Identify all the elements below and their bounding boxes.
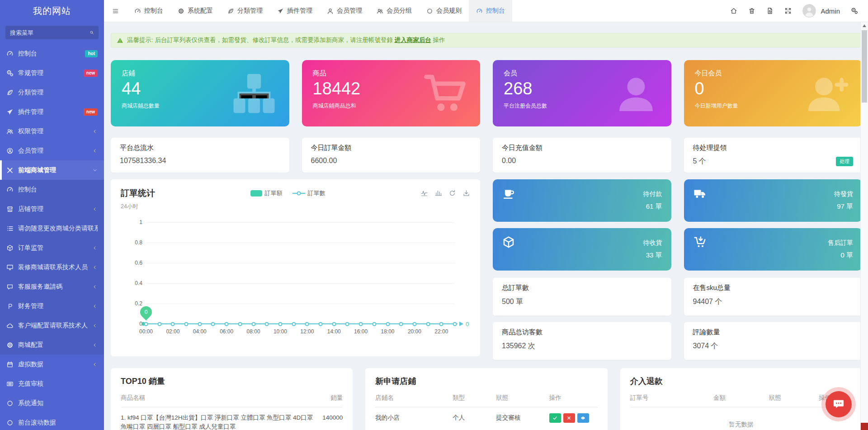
info-card[interactable]: 在售sku总量 94407 个	[684, 278, 863, 316]
chat-fab-button[interactable]	[826, 391, 852, 417]
data-point[interactable]	[251, 322, 255, 326]
info-card[interactable]: 評論數量 3074 个	[684, 322, 863, 360]
bars-icon[interactable]	[434, 189, 442, 197]
info-card[interactable]: 总訂單數 500 單	[493, 278, 671, 316]
data-point[interactable]	[345, 322, 349, 326]
table-row[interactable]: 我的小店 个人 提交審核	[375, 407, 597, 423]
expand-icon[interactable]	[784, 7, 792, 14]
nav-tab[interactable]: 会员分组	[369, 0, 419, 22]
avatar[interactable]	[802, 4, 816, 18]
close-button[interactable]	[563, 413, 575, 423]
legend-item[interactable]: 訂單額	[250, 189, 283, 197]
sidebar-item[interactable]: 装修商城请联系技术人员	[0, 257, 104, 277]
nav-tab[interactable]: 分類管理	[220, 0, 270, 22]
sidebar-item[interactable]: 会员管理	[0, 141, 104, 160]
nav-tab[interactable]: 会员管理	[320, 0, 369, 22]
download-icon[interactable]	[462, 189, 470, 197]
sidebar-item[interactable]: 客户端配置请联系技术人员	[0, 316, 104, 335]
order-status-card[interactable]: 售后訂單 0 單	[684, 228, 863, 271]
data-point[interactable]	[184, 322, 189, 326]
sidebar-item[interactable]: 控制台	[0, 180, 104, 199]
data-point[interactable]	[439, 322, 443, 326]
data-point[interactable]	[453, 322, 457, 326]
nav-tab[interactable]: 插件管理	[270, 0, 320, 22]
sidebar-item[interactable]: 分類管理	[0, 83, 104, 102]
scroll-up-arrow[interactable]	[861, 22, 868, 29]
data-point[interactable]	[265, 322, 269, 326]
data-point[interactable]	[426, 322, 430, 326]
data-point[interactable]	[211, 322, 215, 326]
scrollbar-thumb[interactable]	[862, 30, 867, 103]
stat-card[interactable]: 今日会员 0 今日新增用户數量	[684, 60, 863, 126]
menu-search-input[interactable]	[10, 29, 90, 36]
summary-card[interactable]: 待处理提領 5 个 处理	[684, 138, 863, 173]
refresh-icon[interactable]	[448, 189, 456, 197]
nav-tab[interactable]: 控制台	[469, 0, 512, 22]
sidebar-item[interactable]: 虚拟数据	[0, 355, 104, 374]
summary-card[interactable]: 今日訂單金額 6600.00	[302, 138, 481, 173]
data-point[interactable]	[278, 322, 282, 326]
data-point[interactable]	[225, 322, 229, 326]
nav-tab[interactable]: 控制台	[127, 0, 170, 22]
sidebar-item[interactable]: 订单监管	[0, 238, 104, 257]
data-point[interactable]	[157, 322, 161, 326]
data-point[interactable]	[412, 322, 416, 326]
data-point[interactable]	[359, 322, 363, 326]
browser-scrollbar[interactable]	[860, 22, 868, 430]
stat-card[interactable]: 店鋪 44 商城店鋪总數量	[111, 60, 289, 126]
sidebar-item[interactable]: 前端商城管理	[0, 160, 104, 180]
check-button[interactable]	[549, 413, 561, 423]
sidebar-item[interactable]: 控制台 hot	[0, 44, 104, 63]
data-point[interactable]	[144, 322, 148, 326]
gears-icon[interactable]	[851, 7, 858, 14]
sidebar-item[interactable]: 店铺管理	[0, 199, 104, 219]
data-point[interactable]	[319, 322, 323, 326]
cart-arrow-icon	[693, 235, 707, 249]
sidebar-item[interactable]: 财务管理	[0, 296, 104, 316]
sidebar-item[interactable]: 请勿随意更改商城分类请联系技术人员	[0, 219, 104, 238]
merchant-backend-link[interactable]: 进入商家后台	[395, 37, 431, 43]
nav-tab[interactable]: 系统配置	[170, 0, 220, 22]
order-status-card[interactable]: 待付款 61 單	[493, 179, 671, 222]
summary-card[interactable]: 平台总流水 107581336.34	[111, 138, 289, 173]
process-badge[interactable]: 处理	[836, 157, 853, 166]
sidebar-item[interactable]: 系统通知	[0, 393, 104, 413]
eye-button[interactable]	[577, 413, 589, 423]
data-point[interactable]	[238, 322, 242, 326]
user-menu[interactable]: Admin	[802, 4, 840, 18]
sidebar-toggle[interactable]	[104, 0, 127, 22]
file-refresh-icon[interactable]	[766, 7, 774, 14]
order-status-card[interactable]: 待收貨 33 單	[493, 228, 671, 271]
menu-search-box[interactable]	[5, 26, 99, 39]
order-status-card[interactable]: 待發貨 97 單	[684, 179, 863, 222]
data-point[interactable]	[372, 322, 376, 326]
sidebar-item[interactable]: 客服服务邀請碼	[0, 277, 104, 296]
chart-subtitle: 24小时	[121, 203, 155, 210]
data-point[interactable]	[292, 322, 296, 326]
search-icon[interactable]	[90, 29, 94, 36]
data-point[interactable]	[332, 322, 336, 326]
pulse-icon[interactable]	[420, 189, 428, 197]
data-point[interactable]	[399, 322, 403, 326]
data-point[interactable]	[171, 322, 175, 326]
sidebar-item[interactable]: 前台滚动数据	[0, 413, 104, 430]
sidebar-item[interactable]: 插件管理 new	[0, 102, 104, 122]
sidebar-item[interactable]: 权限管理	[0, 122, 104, 141]
data-point[interactable]	[198, 322, 202, 326]
data-point[interactable]	[305, 322, 309, 326]
info-card[interactable]: 商品总访客數 135962 次	[493, 322, 671, 360]
data-point[interactable]	[386, 322, 390, 326]
legend-item[interactable]: 訂單數	[292, 189, 326, 197]
nav-tab[interactable]: 会员规则	[419, 0, 469, 22]
home-icon[interactable]	[730, 7, 737, 14]
order-status-cards: 待付款 61 單 待發貨 97 單 待收貨 33 單 售后訂單 0 單	[493, 179, 862, 271]
stat-card[interactable]: 商品 18442 商城店鋪商品总和	[302, 60, 481, 126]
trash-icon[interactable]	[748, 7, 755, 14]
user-solid-icon	[613, 70, 660, 117]
stat-card[interactable]: 会员 268 平台注册会员总數	[493, 60, 671, 126]
summary-card[interactable]: 今日充值金額 0.00	[493, 138, 671, 173]
table-row[interactable]: 1. kf94 口罩【台灣12H出貨】口罩 淨新口罩 立體口罩 魚型口罩 4D口…	[121, 407, 343, 430]
sidebar-item[interactable]: 充值审核	[0, 374, 104, 393]
sidebar-item[interactable]: 常规管理 new	[0, 63, 104, 83]
sidebar-item[interactable]: 商城配置	[0, 335, 104, 355]
